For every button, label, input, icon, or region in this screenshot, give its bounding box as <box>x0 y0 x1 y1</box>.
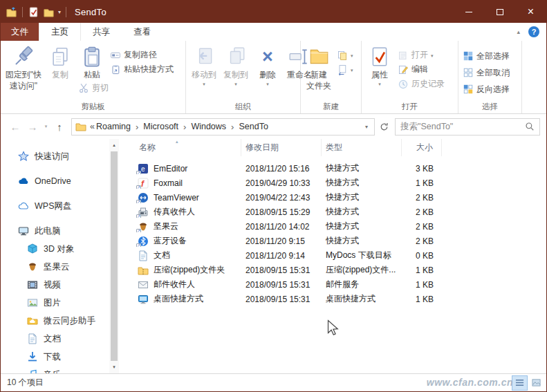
qat-customize-chevron-icon[interactable]: ▾ <box>58 9 61 15</box>
sidebar-item[interactable]: 此电脑 <box>18 222 109 240</box>
sidebar-item[interactable]: 图片 <box>18 294 109 312</box>
shortcut-arrow-icon: ↗ <box>136 171 141 174</box>
new-item-button[interactable]: ▾ <box>335 48 355 62</box>
breadcrumb-overflow[interactable]: « <box>90 122 95 131</box>
maximize-button[interactable] <box>484 1 515 23</box>
refresh-button[interactable] <box>376 118 391 135</box>
table-row[interactable]: e↗ EmEditor 2018/11/20 15:16 快捷方式 3 KB <box>124 161 546 176</box>
scroll-down-icon[interactable]: ▾ <box>109 362 119 372</box>
ribbon-group-open: 属性 ▾ 打开 ▾ 编辑 历史记录 打开 <box>362 41 458 113</box>
breadcrumb-item[interactable]: › SendTo <box>226 122 268 132</box>
sidebar-item[interactable]: 微云同步助手 <box>18 312 109 330</box>
close-button[interactable]: × <box>515 1 546 23</box>
history-button[interactable]: 历史记录 <box>396 77 447 91</box>
paste-button[interactable]: 粘贴 <box>76 44 108 81</box>
recent-locations-chevron-icon[interactable]: ▾ <box>41 124 50 129</box>
cut-button[interactable]: 剪切 <box>76 81 176 95</box>
properties-button[interactable]: 属性 ▾ <box>364 44 396 86</box>
file-name-cell[interactable]: e↗ EmEditor <box>124 163 241 174</box>
easy-access-icon <box>337 64 348 75</box>
qat-folder-up-icon[interactable] <box>6 6 17 18</box>
address-dropdown-chevron-icon[interactable]: ▾ <box>362 124 371 130</box>
column-header-type[interactable]: 类型 <box>322 139 402 156</box>
table-row[interactable]: ↗ 传真收件人 2018/09/15 15:29 快捷方式 2 KB <box>124 205 546 219</box>
breadcrumb[interactable]: « Roaming › Microsoft › Windows <box>71 118 375 136</box>
invert-selection-button[interactable]: 反向选择 <box>461 81 512 97</box>
paste-shortcut-button[interactable]: 粘贴快捷方式 <box>108 62 176 77</box>
tab-file[interactable]: 文件 <box>1 23 39 41</box>
delete-button[interactable]: × 删除 ▾ <box>252 44 284 86</box>
sidebar-item[interactable]: 视频 <box>18 276 109 294</box>
help-icon[interactable]: ? <box>528 26 539 37</box>
pin-to-quick-access-button[interactable]: 固定到"快速访问" <box>3 44 44 91</box>
sidebar-item-label: 视频 <box>44 279 61 291</box>
pc-icon <box>18 225 29 236</box>
tab-home[interactable]: 主页 <box>39 23 81 41</box>
file-name-cell[interactable]: ↗ 蓝牙设备 <box>124 235 241 247</box>
collapse-ribbon-chevron-icon[interactable]: ▴ <box>517 28 520 35</box>
copy-label: 复制 <box>52 70 68 81</box>
table-row[interactable]: 文档 2018/11/20 9:14 MyDocs 下载目标 0 KB <box>124 248 546 263</box>
minimize-button[interactable] <box>453 1 484 23</box>
select-all-button[interactable]: 全部选择 <box>461 48 512 64</box>
sidebar-item[interactable]: 快速访问 <box>18 147 109 165</box>
sidebar-item[interactable]: 下载 <box>18 348 109 366</box>
breadcrumb-items: Roaming › Microsoft › Windows › SendTo <box>96 122 268 132</box>
sidebar-scrollbar[interactable]: ▴ ▾ <box>109 139 119 373</box>
file-name-cell[interactable]: 邮件收件人 <box>124 279 241 290</box>
back-button[interactable]: ← <box>7 118 24 135</box>
file-name-cell[interactable]: 文档 <box>124 250 241 261</box>
sidebar-item[interactable]: 3D 对象 <box>18 240 109 258</box>
copy-to-button[interactable]: 复制到 ▾ <box>220 44 252 86</box>
new-folder-label-1: 新建 <box>310 70 327 81</box>
easy-access-button[interactable]: ▾ <box>335 62 355 77</box>
tab-share[interactable]: 共享 <box>81 23 122 41</box>
table-row[interactable]: 压缩(zipped)文件夹 2018/09/15 15:31 压缩(zipped… <box>124 263 546 277</box>
file-name-cell[interactable]: ↗ 传真收件人 <box>124 206 241 218</box>
sidebar-item[interactable]: 文档 <box>18 330 109 348</box>
delete-chevron-icon: ▾ <box>266 82 269 86</box>
column-header-name[interactable]: ▴ 名称 <box>124 139 241 156</box>
table-row[interactable]: 桌面快捷方式 2018/09/15 15:31 桌面快捷方式 1 KB <box>124 292 546 306</box>
table-row[interactable]: ↗ TeamViewer 2019/04/22 12:43 快捷方式 2 KB <box>124 190 546 205</box>
breadcrumb-item[interactable]: › Windows <box>178 122 226 132</box>
sidebar-item[interactable]: 音乐 <box>18 366 109 373</box>
copy-path-button[interactable]: 复制路径 <box>108 48 176 62</box>
open-button[interactable]: 打开 ▾ <box>396 48 447 62</box>
up-button[interactable]: ↑ <box>51 118 68 135</box>
column-header-date[interactable]: 修改日期 <box>241 139 322 156</box>
edit-button[interactable]: 编辑 <box>396 62 447 77</box>
select-all-label: 全部选择 <box>476 50 510 62</box>
sidebar-item[interactable]: 坚果云 <box>18 258 109 276</box>
foxmail-icon: f↗ <box>138 178 149 189</box>
column-header-size[interactable]: 大小 <box>402 139 442 156</box>
file-name-cell[interactable]: 桌面快捷方式 <box>124 293 241 305</box>
copy-button[interactable]: 复制 <box>44 44 76 81</box>
new-folder-icon <box>308 46 330 68</box>
scroll-up-icon[interactable]: ▴ <box>109 140 119 150</box>
table-row[interactable]: f↗ Foxmail 2019/04/29 10:33 快捷方式 1 KB <box>124 176 546 190</box>
select-none-button[interactable]: 全部取消 <box>461 64 512 81</box>
qat-properties-icon[interactable] <box>28 6 39 18</box>
tab-view[interactable]: 查看 <box>122 23 163 41</box>
sidebar-item[interactable]: WPS网盘 <box>18 197 109 215</box>
new-folder-button[interactable]: 新建 文件夹 <box>303 44 335 91</box>
file-name-cell[interactable]: 压缩(zipped)文件夹 <box>124 264 241 276</box>
search-box[interactable]: 搜索"SendTo" <box>395 118 540 136</box>
details-view-button[interactable] <box>512 375 528 391</box>
breadcrumb-item[interactable]: Roaming <box>96 122 131 132</box>
paste-label: 粘贴 <box>84 70 100 81</box>
table-row[interactable]: ↗ 蓝牙设备 2018/11/20 9:15 快捷方式 2 KB <box>124 234 546 248</box>
breadcrumb-item[interactable]: › Microsoft <box>131 122 178 132</box>
qat-new-folder-icon[interactable] <box>43 6 55 18</box>
scrollbar-thumb[interactable] <box>111 151 118 361</box>
thumbnail-view-button[interactable] <box>528 375 544 391</box>
sidebar-item[interactable]: OneDrive <box>18 172 109 190</box>
move-to-button[interactable]: 移动到 ▾ <box>188 44 220 86</box>
file-name-cell[interactable]: ↗ 坚果云 <box>124 221 241 232</box>
file-name-cell[interactable]: ↗ TeamViewer <box>124 192 241 203</box>
table-row[interactable]: ↗ 坚果云 2018/11/20 14:02 快捷方式 2 KB <box>124 219 546 234</box>
forward-button[interactable]: → <box>24 118 41 135</box>
table-row[interactable]: 邮件收件人 2018/09/15 15:31 邮件服务 1 KB <box>124 277 546 292</box>
file-name-cell[interactable]: f↗ Foxmail <box>124 178 241 189</box>
